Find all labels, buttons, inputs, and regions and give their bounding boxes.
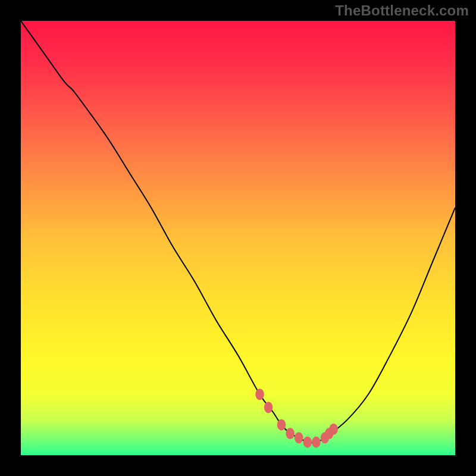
plot-area <box>21 21 455 455</box>
gradient-background <box>21 21 455 455</box>
watermark-label: TheBottleneck.com <box>335 2 469 19</box>
svg-rect-0 <box>21 21 455 455</box>
chart-frame: TheBottleneck.com <box>0 0 476 476</box>
